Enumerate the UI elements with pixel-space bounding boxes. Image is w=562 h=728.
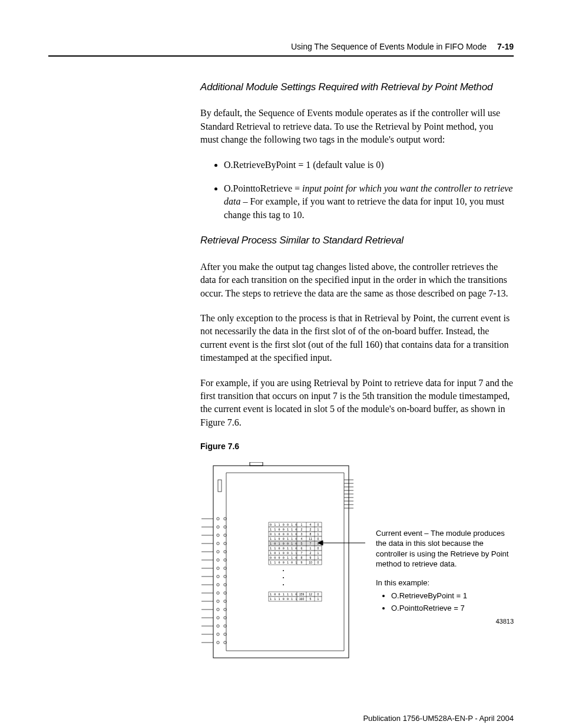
svg-text:2: 2 <box>310 528 312 531</box>
svg-text:1: 1 <box>318 556 319 559</box>
svg-text:1: 1 <box>310 546 312 550</box>
figure-label: Figure 7.6 <box>200 441 514 453</box>
section1-bullets: O.RetrieveByPoint = 1 (default value is … <box>200 159 514 222</box>
svg-point-56 <box>224 633 226 635</box>
svg-text:1 1 0 0 1 0 1: 1 1 0 0 1 0 1 <box>270 561 297 564</box>
svg-text:5: 5 <box>310 597 312 601</box>
svg-text:1: 1 <box>318 532 319 536</box>
svg-text:6: 6 <box>301 546 303 550</box>
svg-text:1: 1 <box>318 597 319 601</box>
svg-point-13 <box>217 518 219 520</box>
section2-para1: After you make the output tag changes li… <box>200 261 514 300</box>
svg-text:1: 1 <box>318 551 319 555</box>
svg-text:7: 7 <box>301 551 303 555</box>
section2-para3: For example, if you are using Retrieval … <box>200 377 514 430</box>
svg-point-43 <box>217 600 219 602</box>
svg-text:0 0 0 0 1 1 0: 0 0 0 0 1 1 0 <box>270 556 297 559</box>
svg-text:2: 2 <box>301 528 303 531</box>
bullet-text-lead: O.PointtoRetrieve = <box>224 183 302 193</box>
svg-rect-1 <box>250 462 263 466</box>
svg-point-23 <box>224 542 226 545</box>
svg-point-50 <box>224 617 226 619</box>
svg-text:5: 5 <box>301 542 303 545</box>
svg-text:8: 8 <box>310 532 312 536</box>
svg-text:159: 159 <box>299 592 305 596</box>
section2-heading: Retrieval Process Similar to Standard Re… <box>200 233 514 248</box>
svg-text:8: 8 <box>301 556 303 559</box>
running-header: Using The Sequence of Events Module in F… <box>48 41 514 53</box>
svg-point-44 <box>224 600 226 602</box>
svg-point-47 <box>224 608 226 611</box>
svg-text:1 0 1 0 0 1 0: 1 0 1 0 0 1 0 <box>270 542 297 545</box>
svg-point-28 <box>217 559 219 561</box>
svg-point-14 <box>224 518 226 520</box>
callout-list-item: O.PointtoRetrieve = 7 <box>391 603 514 614</box>
svg-point-31 <box>217 567 219 569</box>
svg-point-26 <box>224 551 226 553</box>
header-rule <box>48 55 514 57</box>
figure-diagram: 0 1 1 0 0 1 01401 1 0 0 1 1 02210 1 0 0 … <box>200 462 365 666</box>
figure-row: 0 1 1 0 0 1 01401 1 0 0 1 1 02210 1 0 0 … <box>200 462 514 666</box>
svg-text:1 0 0 1 1 1 0: 1 0 0 1 1 1 0 <box>270 592 297 596</box>
section1-heading: Additional Module Settings Required with… <box>200 80 514 94</box>
svg-point-58 <box>217 641 219 644</box>
svg-text:7: 7 <box>310 542 312 545</box>
svg-text:1: 1 <box>318 528 319 531</box>
bullet-item: O.PointtoRetrieve = input point for whic… <box>224 182 514 222</box>
svg-text:2: 2 <box>310 551 312 555</box>
svg-text:1 0 1 0 0 1 1: 1 0 1 0 0 1 1 <box>270 551 297 555</box>
svg-point-59 <box>224 641 226 644</box>
callout-text: Current event – The module produces the … <box>376 528 514 569</box>
svg-point-133 <box>283 577 284 578</box>
svg-point-134 <box>283 584 284 585</box>
svg-text:0: 0 <box>318 561 319 564</box>
page-number: 7-19 <box>497 41 514 53</box>
svg-point-35 <box>224 575 226 578</box>
svg-point-55 <box>217 633 219 635</box>
svg-point-53 <box>224 625 226 627</box>
section2-para2: The only exception to the process is tha… <box>200 312 514 365</box>
bullet-item: O.RetrieveByPoint = 1 (default value is … <box>224 159 514 172</box>
svg-text:0: 0 <box>318 546 319 550</box>
chapter-title: Using The Sequence of Events Module in F… <box>291 41 487 53</box>
svg-text:0: 0 <box>318 592 319 596</box>
svg-point-22 <box>217 542 219 545</box>
svg-point-132 <box>283 570 284 571</box>
svg-text:1: 1 <box>301 523 303 526</box>
svg-point-16 <box>217 526 219 528</box>
svg-point-46 <box>217 608 219 611</box>
svg-point-17 <box>224 526 226 528</box>
svg-point-29 <box>224 559 226 561</box>
svg-text:4: 4 <box>301 537 303 541</box>
bullet-text-tail: – For example, if you want to retrieve t… <box>224 196 504 219</box>
svg-text:0: 0 <box>318 523 319 526</box>
svg-text:1 1 1 0 0 1 1: 1 1 1 0 0 1 1 <box>270 597 297 601</box>
svg-text:0 1 1 0 0 1 0: 0 1 1 0 0 1 0 <box>270 523 297 526</box>
svg-point-34 <box>217 575 219 578</box>
svg-text:1 1 0 0 1 1 0: 1 1 0 0 1 1 0 <box>270 546 297 550</box>
svg-text:9: 9 <box>301 561 303 564</box>
publication-footer: Publication 1756-UM528A-EN-P - April 200… <box>200 713 514 724</box>
svg-text:3: 3 <box>301 532 303 536</box>
svg-text:4: 4 <box>310 523 312 526</box>
svg-text:160: 160 <box>299 597 305 601</box>
svg-point-49 <box>217 617 219 619</box>
svg-point-19 <box>217 534 219 536</box>
svg-text:0: 0 <box>318 537 319 541</box>
svg-point-25 <box>217 551 219 553</box>
svg-text:1 1 0 0 1 1 0: 1 1 0 0 1 1 0 <box>270 528 297 531</box>
svg-point-37 <box>217 584 219 586</box>
figure-callout: Current event – The module produces the … <box>376 528 514 626</box>
callout-list-item: O.RetrieveByPoint = 1 <box>391 591 514 601</box>
svg-text:11: 11 <box>309 537 312 541</box>
figure-id: 43813 <box>376 617 514 626</box>
svg-point-38 <box>224 584 226 586</box>
svg-rect-11 <box>218 480 222 492</box>
callout-list: O.RetrieveByPoint = 1 O.PointtoRetrieve … <box>376 591 514 614</box>
svg-text:1 1 0 0 1 1 0: 1 1 0 0 1 1 0 <box>270 537 297 541</box>
svg-text:10: 10 <box>309 561 312 564</box>
svg-point-20 <box>224 534 226 536</box>
callout-subtitle: In this example: <box>376 578 514 588</box>
svg-point-41 <box>224 592 226 594</box>
svg-point-52 <box>217 625 219 627</box>
